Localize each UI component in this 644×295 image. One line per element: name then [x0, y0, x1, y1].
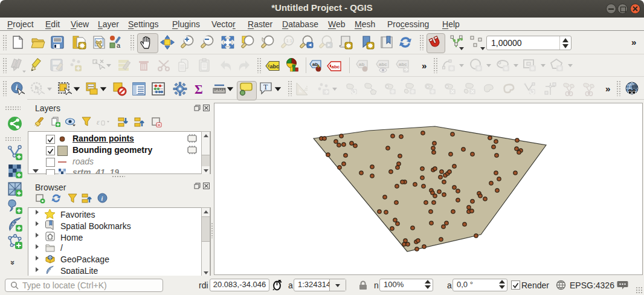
svg-text:T: T — [263, 83, 268, 91]
svg-text:ε: ε — [97, 118, 100, 126]
svg-text:i: i — [101, 195, 103, 202]
svg-text:1:1: 1:1 — [286, 38, 292, 44]
svg-text:abc: abc — [270, 63, 280, 70]
svg-text:abc: abc — [332, 64, 340, 70]
svg-text:ab: ab — [312, 62, 318, 67]
svg-text:abc: abc — [399, 62, 407, 67]
svg-text:ab: ab — [359, 62, 364, 67]
svg-text:abc: abc — [379, 62, 387, 67]
